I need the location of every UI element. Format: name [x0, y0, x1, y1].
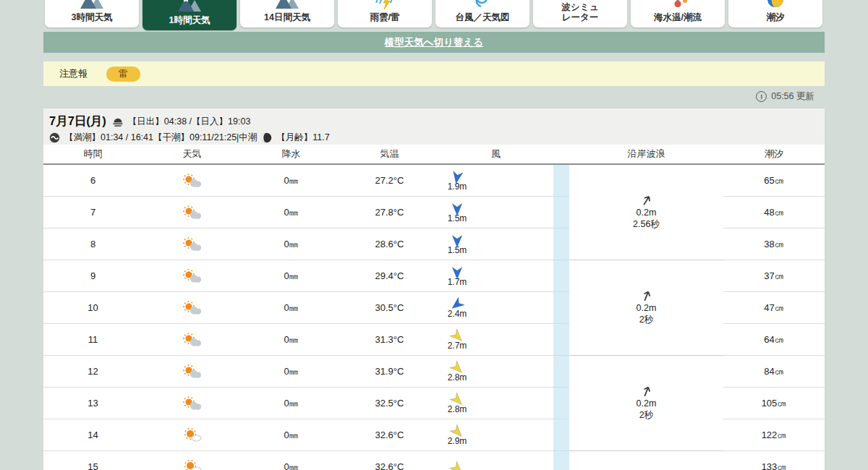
temp-cell: 32.6°C — [341, 430, 438, 440]
wave-period: 2秒 — [639, 410, 653, 422]
hour-cell: 13 — [43, 398, 142, 409]
wind-direction-arrow-icon — [450, 234, 464, 248]
precip-cell: 0㎜ — [242, 461, 341, 470]
wind-cell: 1.9m — [443, 170, 472, 192]
temp-cell: 31.9°C — [341, 366, 438, 377]
table-row: 10 0㎜ 30.5°C 2.4m — [43, 292, 553, 324]
tide-cell: 47㎝ — [723, 292, 825, 324]
wind-cell — [443, 461, 472, 470]
advisory-bar: 注意報 雷 — [43, 61, 825, 86]
temp-cell: 30.5°C — [341, 302, 438, 313]
wave-period: 2.56秒 — [633, 219, 660, 231]
tab-label: 雨雲/雷 — [370, 12, 400, 22]
tide-cell: 133㎝ — [723, 451, 825, 470]
wind-direction-arrow-icon — [447, 458, 467, 470]
sunrise-sunset-text: 【日出】04:38 /【日入】19:03 — [128, 116, 251, 128]
temp-cell: 32.5°C — [341, 398, 438, 409]
advisory-label: 注意報 — [59, 67, 88, 80]
mountain-weather-icon — [274, 0, 300, 10]
date-text: 7月7日(月) — [49, 114, 106, 129]
tide-times-text: 【満潮】01:34 / 16:41【干潮】09:11/21:25|中潮 — [64, 132, 257, 144]
temp-cell: 32.6°C — [341, 461, 438, 470]
date-header: 7月7日(月) 【日出】04:38 /【日入】19:03 【満潮】01:34 /… — [43, 108, 825, 145]
weather-icon — [182, 205, 203, 221]
header-temperature: 気温 — [341, 148, 438, 161]
wave-direction-arrow-icon — [638, 383, 655, 400]
typhoon-icon — [469, 0, 495, 10]
table-body: 6 0㎜ 27.2°C 1.9m 7 0㎜ 27.8°C 1.5m 8 0㎜ — [43, 165, 825, 470]
tab-typhoon-chart[interactable]: 台風／天気図 — [435, 0, 529, 27]
temp-cell: 27.8°C — [341, 207, 438, 218]
tide-column: 65㎝ 48㎝ 38㎝ 37㎝ 47㎝ 64㎝ 84㎝ 105㎝ 122㎝ 13… — [723, 165, 825, 470]
precip-cell: 0㎜ — [242, 174, 341, 187]
table-row: 11 0㎜ 31.3°C 2.7m — [43, 324, 553, 356]
header-precipitation: 降水 — [242, 148, 341, 161]
table-header-row: 時間 天気 降水 気温 風 沿岸波浪 潮汐 — [43, 145, 825, 165]
precip-cell: 0㎜ — [242, 302, 341, 315]
wave-icon — [49, 132, 60, 143]
tab-14day-weather[interactable]: 14日間天気 — [240, 0, 334, 27]
weather-icon — [182, 459, 203, 470]
weather-nav-tabs: 3時間天気 1時間天気 14日間天気 雨雲/雷 台風／天気図 波シミュ レーター… — [45, 0, 822, 30]
wind-cell: 1.5m — [443, 234, 472, 255]
wind-cell: 1.7m — [443, 265, 472, 287]
temp-cell: 31.3°C — [341, 334, 438, 345]
hour-cell: 14 — [43, 430, 142, 440]
tab-1hour-weather[interactable]: 1時間天気 — [142, 0, 237, 30]
hour-rows: 6 0㎜ 27.2°C 1.9m 7 0㎜ 27.8°C 1.5m 8 0㎜ — [43, 165, 553, 470]
wind-cell: 2.7m — [443, 329, 472, 351]
precip-cell: 0㎜ — [242, 238, 341, 251]
header-tide: 潮汐 — [723, 148, 825, 161]
table-row: 7 0㎜ 27.8°C 1.5m — [43, 197, 553, 228]
tab-radar-lightning[interactable]: 雨雲/雷 — [338, 0, 432, 27]
header-weather: 天気 — [142, 148, 242, 161]
wave-period: 2秒 — [639, 315, 653, 326]
tide-cell: 84㎝ — [723, 356, 825, 388]
wave-group — [569, 451, 723, 470]
weather-icon — [182, 364, 203, 380]
hour-cell: 6 — [43, 175, 142, 186]
weather-icon — [182, 173, 203, 189]
tab-tide[interactable]: 潮汐 — [728, 0, 822, 27]
precip-cell: 0㎜ — [242, 270, 341, 283]
precip-cell: 0㎜ — [242, 333, 341, 346]
weather-icon — [182, 300, 203, 316]
tide-cell: 65㎝ — [723, 165, 825, 197]
tide-cell: 105㎝ — [723, 388, 825, 419]
wave-height: 0.2m — [637, 208, 657, 219]
wave-direction-arrow-icon — [638, 288, 655, 304]
table-row: 12 0㎜ 31.9°C 2.8m — [43, 356, 553, 388]
tab-label: 3時間天気 — [72, 12, 113, 22]
table-row: 14 0㎜ 32.6°C 2.9m — [43, 419, 553, 451]
tide-moon-line: 【満潮】01:34 / 16:41【干潮】09:11/21:25|中潮 【月齢】… — [49, 132, 825, 144]
wind-cell: 2.4m — [443, 297, 472, 319]
update-time-text: 05:56 更新 — [771, 90, 814, 103]
weather-icon — [182, 396, 203, 411]
tide-cell: 64㎝ — [723, 324, 825, 356]
hour-cell: 10 — [43, 302, 142, 313]
tab-sea-temp-current[interactable]: 海水温/潮流 — [631, 0, 725, 27]
precip-cell: 0㎜ — [242, 429, 341, 442]
tab-wave-simulator[interactable]: 波シミュ レーター — [533, 0, 627, 27]
column-separator-stripe — [553, 165, 569, 470]
thunder-advisory-badge[interactable]: 雷 — [106, 67, 140, 82]
mountain-weather-icon — [176, 0, 203, 13]
wave-height: 0.2m — [637, 398, 657, 410]
update-time-line: ! 05:56 更新 — [43, 90, 814, 103]
wave-direction-arrow-icon — [637, 192, 655, 210]
switch-to-horizontal-link[interactable]: 横型天気へ切り替える — [385, 36, 483, 49]
weather-icon — [182, 332, 203, 348]
sea-temperature-icon — [665, 0, 691, 10]
sunrise-icon — [112, 116, 124, 127]
tab-label: 波シミュ — [562, 2, 599, 12]
tide-cell: 37㎝ — [723, 260, 825, 292]
tab-label: 台風／天気図 — [456, 12, 510, 22]
hour-cell: 15 — [43, 461, 142, 470]
header-coastal-waves: 沿岸波浪 — [569, 148, 723, 161]
layout-switch-banner: 横型天気へ切り替える — [43, 32, 825, 53]
wave-height: 0.2m — [637, 303, 657, 315]
moon-phase-icon — [261, 132, 272, 143]
date-sun-line: 7月7日(月) 【日出】04:38 /【日入】19:03 — [49, 114, 825, 129]
tab-3hour-weather[interactable]: 3時間天気 — [45, 0, 139, 27]
temp-cell: 29.4°C — [341, 270, 438, 281]
